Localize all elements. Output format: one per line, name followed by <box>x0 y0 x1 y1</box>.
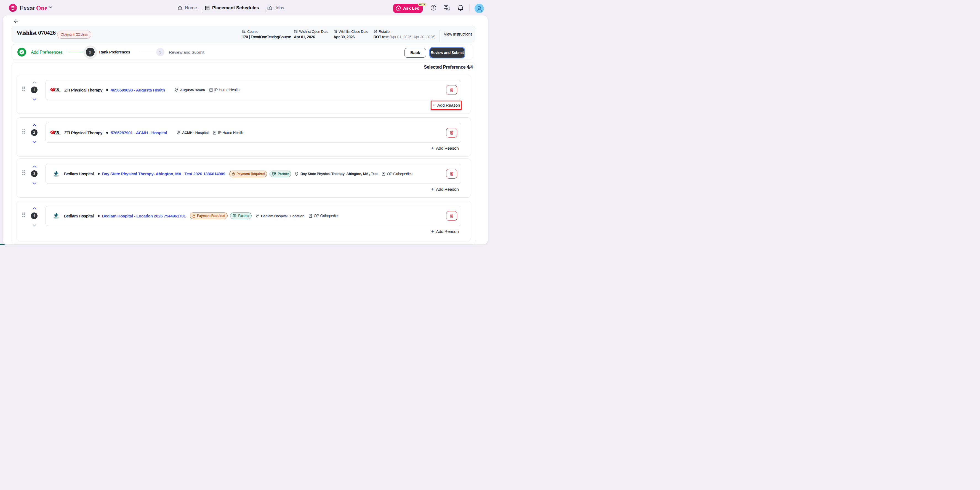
svg-text:PHYSICAL THERAPY: PHYSICAL THERAPY <box>54 134 61 135</box>
svg-text:— HOSPITAL —: — HOSPITAL — <box>54 218 59 219</box>
svg-text:ATI: ATI <box>54 88 59 92</box>
svg-text:PHYSICAL THERAPY: PHYSICAL THERAPY <box>54 91 61 92</box>
svg-text:— HOSPITAL —: — HOSPITAL — <box>54 176 59 177</box>
svg-text:ATI: ATI <box>54 130 59 135</box>
